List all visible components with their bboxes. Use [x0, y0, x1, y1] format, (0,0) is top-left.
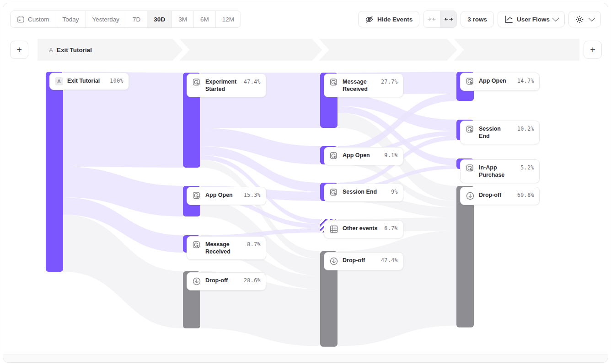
sankey-node-bar[interactable] — [46, 72, 63, 272]
node-percentage: 5.2% — [520, 164, 534, 171]
drop-off-icon — [329, 257, 338, 266]
node-card-exit-tutorial[interactable]: AExit Tutorial100% — [49, 73, 129, 90]
node-card-in-app-purchase[interactable]: In-App Purchase5.2% — [460, 159, 540, 183]
node-card-app-open[interactable]: App Open9.1% — [324, 147, 403, 165]
sankey-node-bar[interactable] — [456, 186, 474, 327]
user-flows-sankey: AExit Tutorial100%Experiment Started47.4… — [3, 3, 608, 362]
event-icon — [329, 188, 338, 197]
event-icon — [466, 164, 475, 173]
bottom-scrollbar[interactable] — [3, 354, 608, 362]
node-percentage: 69.8% — [517, 191, 534, 199]
node-percentage: 9.1% — [384, 152, 398, 159]
node-label: Drop-off — [205, 277, 239, 284]
node-label: Session End — [479, 125, 512, 140]
node-percentage: 14.7% — [517, 77, 534, 84]
node-label: App Open — [343, 152, 379, 159]
node-card-drop-off[interactable]: Drop-off69.8% — [460, 187, 540, 205]
node-label: Drop-off — [479, 191, 512, 199]
node-card-app-open[interactable]: App Open15.3% — [187, 187, 266, 205]
node-percentage: 47.4% — [244, 78, 261, 85]
node-label: Message Received — [205, 241, 242, 255]
node-label: In-App Purchase — [479, 164, 515, 179]
event-icon — [192, 78, 201, 87]
node-card-message-received[interactable]: Message Received27.7% — [324, 74, 403, 97]
node-label: Exit Tutorial — [67, 77, 105, 84]
event-icon — [192, 191, 201, 200]
app-window: CustomTodayYesterday7D30D3M6M12M Hide Ev… — [3, 3, 608, 363]
event-icon — [466, 125, 475, 134]
node-percentage: 28.6% — [244, 277, 261, 284]
event-badge: A — [55, 77, 63, 85]
node-card-other-events[interactable]: Other events6.7% — [324, 220, 403, 238]
node-percentage: 27.7% — [381, 78, 398, 85]
other-events-icon — [329, 225, 338, 234]
node-card-session-end[interactable]: Session End10.2% — [460, 121, 540, 144]
event-icon — [192, 241, 201, 250]
node-card-app-open[interactable]: App Open14.7% — [460, 73, 540, 91]
node-card-drop-off[interactable]: Drop-off47.4% — [324, 252, 403, 270]
node-percentage: 8.7% — [247, 241, 261, 248]
node-label: App Open — [205, 191, 239, 199]
node-percentage: 10.2% — [517, 125, 534, 132]
node-percentage: 9% — [391, 188, 398, 195]
node-label: Session End — [343, 188, 386, 195]
drop-off-icon — [466, 191, 475, 200]
event-icon — [329, 78, 338, 87]
node-card-experiment-started[interactable]: Experiment Started47.4% — [187, 74, 266, 97]
node-label: Experiment Started — [205, 78, 239, 93]
event-icon — [466, 77, 475, 86]
node-card-drop-off[interactable]: Drop-off28.6% — [187, 272, 266, 290]
node-label: App Open — [479, 77, 512, 84]
node-card-session-end[interactable]: Session End9% — [324, 184, 403, 202]
node-label: Message Received — [343, 78, 376, 93]
node-percentage: 100% — [110, 77, 123, 84]
node-label: Drop-off — [343, 257, 376, 264]
sankey-link[interactable] — [338, 231, 456, 346]
event-icon — [329, 152, 338, 161]
node-card-message-received[interactable]: Message Received8.7% — [187, 236, 266, 260]
drop-off-icon — [192, 277, 201, 286]
node-percentage: 15.3% — [244, 191, 261, 199]
node-label: Other events — [343, 225, 379, 232]
node-percentage: 6.7% — [384, 225, 398, 232]
node-percentage: 47.4% — [381, 257, 398, 264]
